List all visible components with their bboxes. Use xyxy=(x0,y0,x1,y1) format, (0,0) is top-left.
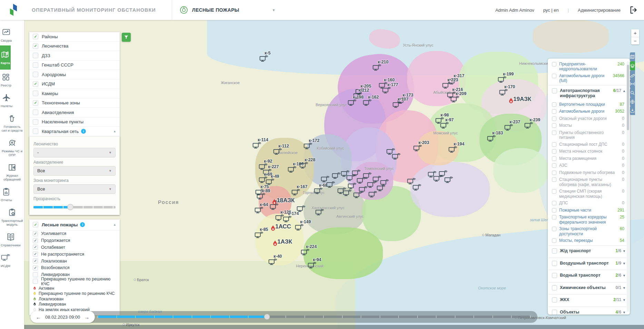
layer-checkbox[interactable] xyxy=(552,273,557,278)
administration-link[interactable]: Администрирование xyxy=(578,8,621,13)
infrastructure-layer-row[interactable]: Автотранспортная инфраструктура 6/17▲ xyxy=(548,85,626,101)
layer-checkbox[interactable] xyxy=(33,81,38,87)
map-marker[interactable]: к-149 xyxy=(295,224,304,231)
sidebar-item[interactable]: Режимы ЧС и ОПР xyxy=(0,135,24,160)
timeline-thumb[interactable] xyxy=(264,314,270,320)
fire-status-checkbox[interactable] xyxy=(33,272,38,277)
layer-checkbox[interactable] xyxy=(552,285,557,290)
fire-status-checkbox[interactable] xyxy=(33,265,38,270)
map-marker[interactable]: к-198 xyxy=(348,99,356,106)
layer-checkbox[interactable] xyxy=(33,43,38,49)
layer-checkbox[interactable] xyxy=(552,297,557,302)
layer-checkbox[interactable] xyxy=(552,310,557,315)
layer-checkbox[interactable] xyxy=(552,74,556,78)
forest-fires-header[interactable]: Лесные пожары ▲ xyxy=(29,219,120,230)
language-switcher[interactable]: рус | en xyxy=(543,8,559,13)
next-hour-button[interactable]: → xyxy=(84,315,89,320)
map-marker[interactable]: к-199 xyxy=(498,76,506,83)
collapse-caret-icon[interactable]: ▲ xyxy=(113,130,116,133)
fire-status-checkbox[interactable] xyxy=(33,258,38,264)
map-marker[interactable] xyxy=(337,187,346,195)
map-marker[interactable]: к-97 xyxy=(440,122,449,129)
map-marker[interactable]: к-203 xyxy=(413,145,422,152)
map-marker[interactable]: к-183 xyxy=(487,135,496,142)
map-marker[interactable]: 1АЗК xyxy=(272,240,278,248)
fire-status-checkbox[interactable] xyxy=(33,245,38,250)
layer-checkbox[interactable] xyxy=(33,119,38,125)
layer-checkbox[interactable] xyxy=(552,171,556,175)
dropdown-select[interactable]: Все▼ xyxy=(33,166,116,176)
infrastructure-layer-row[interactable]: Станции СМП (скорая медицинская помощь) … xyxy=(548,188,626,200)
fire-status-row[interactable]: Прекращено тушение по решению КЧС xyxy=(29,278,120,285)
infrastructure-layer-row[interactable]: Стационарный пост ДПС 0 xyxy=(548,141,626,148)
collapse-caret-icon[interactable]: ▲ xyxy=(113,223,116,226)
logout-icon[interactable] xyxy=(630,6,638,14)
layer-checkbox[interactable] xyxy=(552,149,556,154)
layer-checkbox[interactable] xyxy=(552,248,557,254)
map-tool-button[interactable] xyxy=(630,52,635,61)
layer-checkbox[interactable] xyxy=(33,91,38,96)
map-tool-button[interactable] xyxy=(630,61,635,70)
map-tool-button[interactable] xyxy=(630,79,635,88)
map-marker[interactable] xyxy=(315,209,324,216)
map-marker[interactable]: 18АЗК xyxy=(271,198,278,206)
infrastructure-layer-row[interactable]: Пожарные части 291 xyxy=(548,207,626,214)
infrastructure-layer-row[interactable]: Ж/д транспорт 1/6▼ xyxy=(548,245,626,257)
layer-toggle-row[interactable]: ИСДМ xyxy=(29,80,120,89)
map-marker[interactable]: к-239 xyxy=(524,122,533,129)
layer-checkbox[interactable] xyxy=(552,163,556,168)
layer-toggle-row[interactable]: Техногенные зоны xyxy=(29,99,120,108)
sidebar-item[interactable]: Налёты xyxy=(0,90,13,111)
infrastructure-layer-row[interactable]: Химические объекты 0/1▼ xyxy=(548,282,626,294)
forest-fires-checkbox[interactable] xyxy=(33,222,38,227)
fire-status-row[interactable]: Не распространяется xyxy=(29,251,120,258)
map-marker[interactable] xyxy=(353,192,362,199)
layer-checkbox[interactable] xyxy=(33,100,38,106)
map-tool-button[interactable] xyxy=(630,106,635,115)
infrastructure-layer-row[interactable]: Опасный участок дороги 0 xyxy=(548,115,626,122)
infrastructure-layer-row[interactable]: ДПС 0 xyxy=(548,200,626,207)
user-name[interactable]: Admin Adm Aminov xyxy=(495,8,534,13)
fire-status-checkbox[interactable] xyxy=(33,251,38,257)
map-marker[interactable]: к-177 xyxy=(382,87,391,94)
infrastructure-layer-row[interactable]: Автомобильные дороги 3052 xyxy=(548,108,626,115)
map-marker[interactable]: к-224 xyxy=(301,249,309,256)
map-marker[interactable]: к-209 xyxy=(450,96,459,103)
infrastructure-layer-row[interactable]: Мосты 0 xyxy=(548,122,626,130)
fire-status-row[interactable]: Ослабевает xyxy=(29,244,120,251)
map-marker[interactable]: к-89 xyxy=(257,193,265,200)
prev-hour-button[interactable]: ← xyxy=(36,315,41,320)
layer-checkbox[interactable] xyxy=(552,62,556,66)
layer-toggle-row[interactable]: Камеры xyxy=(29,89,120,99)
layer-checkbox[interactable] xyxy=(552,177,556,182)
fire-status-checkbox[interactable] xyxy=(33,238,38,243)
infrastructure-layer-row[interactable]: Подвижные пункты обогрева 0 xyxy=(548,169,626,176)
map-marker[interactable]: к-5 xyxy=(259,55,268,62)
layer-checkbox[interactable] xyxy=(552,261,557,266)
map-marker[interactable]: к-162 xyxy=(363,99,371,106)
timeline-track-area[interactable] xyxy=(98,311,530,325)
map-marker[interactable] xyxy=(297,205,305,213)
layer-checkbox[interactable] xyxy=(33,53,38,58)
infrastructure-layer-row[interactable]: АЗС 0 xyxy=(548,162,626,169)
map-marker[interactable]: к-68 xyxy=(314,187,323,195)
layer-toggle-row[interactable]: Лесничества xyxy=(29,42,120,51)
map-marker[interactable]: к-40 xyxy=(268,258,277,266)
fire-status-checkbox[interactable] xyxy=(33,279,38,284)
layer-checkbox[interactable] xyxy=(552,131,556,135)
map-marker[interactable] xyxy=(392,153,400,160)
sidebar-item[interactable]: ИСДМ xyxy=(0,250,11,271)
layer-toggle-row[interactable]: Квартальная сеть ▲ xyxy=(29,127,120,136)
infrastructure-layer-row[interactable]: Объекты энергоснабжения 4/6▼ xyxy=(548,307,626,315)
map-marker[interactable]: к-64 xyxy=(255,207,263,214)
sidebar-item[interactable]: Сводка xyxy=(0,25,12,45)
layer-checkbox[interactable] xyxy=(552,123,556,128)
infrastructure-layer-row[interactable]: Места ночных стоянок 0 xyxy=(548,148,626,155)
infrastructure-layer-row[interactable]: Зоны транспортной доступности 60 xyxy=(548,226,626,237)
map-marker[interactable] xyxy=(380,179,389,186)
sidebar-item[interactable]: Карта xyxy=(0,45,11,70)
sidebar-item[interactable]: Отчеты xyxy=(0,184,13,205)
map-marker[interactable] xyxy=(413,184,421,191)
layer-checkbox[interactable] xyxy=(33,110,38,115)
layer-checkbox[interactable] xyxy=(552,102,556,107)
